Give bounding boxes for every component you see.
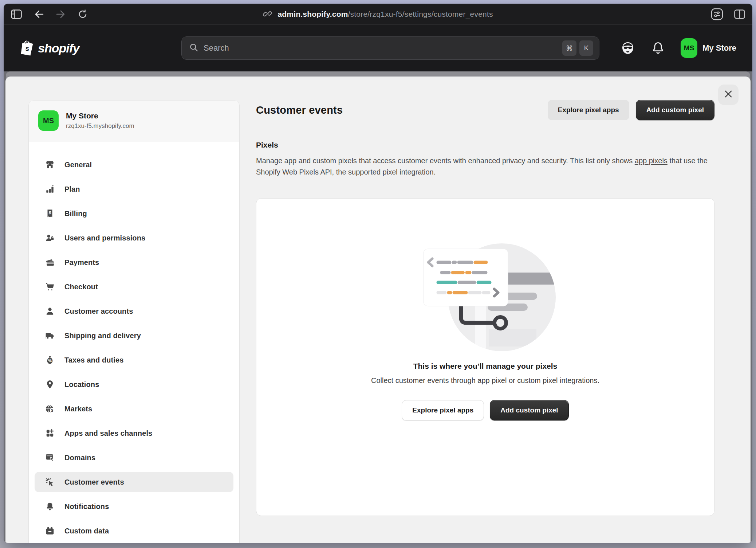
sidebar-store-avatar: MS [38, 110, 59, 131]
sidebar-item-label: Users and permissions [64, 234, 145, 242]
explore-pixel-apps-button[interactable]: Explore pixel apps [548, 100, 629, 120]
sidebar-item-locations[interactable]: Locations [35, 374, 233, 395]
sidebar-item-label: Customer accounts [64, 307, 133, 316]
apps-icon [45, 428, 55, 438]
search-icon [189, 43, 198, 54]
pixels-illustration [409, 238, 562, 355]
sidebar-item-label: Domains [64, 454, 95, 462]
sidebar-item-customer-accounts[interactable]: Customer accounts [35, 301, 233, 321]
sidebar-item-apps-and-sales-channels[interactable]: Apps and sales channels [35, 423, 233, 443]
close-icon [724, 90, 733, 100]
empty-state-subtitle: Collect customer events through app pixe… [371, 376, 599, 385]
sidebar-item-label: Locations [64, 380, 99, 389]
store-avatar: MS [681, 38, 697, 58]
browser-window: admin.shopify.com/store/rzq1xu-f5/settin… [4, 4, 752, 543]
sidebar-store-header: MS My Store rzq1xu-f5.myshopify.com [29, 101, 239, 142]
reload-icon[interactable] [78, 9, 87, 19]
cart-icon [45, 282, 55, 292]
shopify-bag-icon: S [20, 40, 34, 56]
sidebar-item-checkout[interactable]: Checkout [35, 277, 233, 297]
store-icon [45, 160, 55, 170]
truck-icon [45, 330, 55, 341]
close-button[interactable] [718, 85, 739, 105]
add-custom-pixel-button[interactable]: Add custom pixel [636, 100, 714, 120]
sidebar-item-label: Custom data [64, 527, 109, 535]
account-menu[interactable]: MS My Store [681, 38, 736, 58]
billing-icon: $ [45, 208, 55, 219]
payments-icon [45, 257, 55, 267]
settings-sidebar: MS My Store rzq1xu-f5.myshopify.com Gene… [28, 101, 240, 543]
svg-text:$: $ [51, 408, 54, 412]
url-host: admin.shopify.com [277, 10, 348, 18]
domains-icon [45, 453, 55, 463]
tax-icon: % [45, 355, 55, 365]
search-placeholder: Search [204, 43, 229, 53]
sidebar-item-shipping-and-delivery[interactable]: Shipping and delivery [35, 325, 233, 346]
svg-text:%: % [48, 359, 52, 363]
shopify-logo[interactable]: S shopify [20, 40, 79, 56]
search-shortcut: ⌘ K [562, 40, 593, 56]
svg-text:S: S [25, 46, 29, 52]
sidebar-item-label: Plan [64, 185, 80, 193]
back-icon[interactable] [34, 10, 44, 19]
sidebar-item-plan[interactable]: Plan [35, 179, 233, 199]
sidebar-item-customer-events[interactable]: Customer events [35, 472, 233, 492]
sidebar-item-label: Apps and sales channels [64, 429, 152, 438]
sidebar-store-domain: rzq1xu-f5.myshopify.com [66, 122, 134, 130]
screen: admin.shopify.com/store/rzq1xu-f5/settin… [0, 0, 756, 548]
notifications-bell-icon[interactable] [651, 41, 665, 55]
sidebar-item-label: General [64, 161, 92, 169]
sidebar-item-general[interactable]: General [35, 154, 233, 175]
svg-text:$: $ [49, 210, 51, 215]
customer-events-icon [45, 477, 55, 487]
forward-icon[interactable] [56, 10, 66, 19]
store-name-top: My Store [702, 43, 736, 53]
users-icon [45, 233, 55, 243]
add-custom-pixel-button-card[interactable]: Add custom pixel [490, 400, 568, 420]
sidebar-item-billing[interactable]: $Billing [35, 203, 233, 224]
settings-nav: GeneralPlan$BillingUsers and permissions… [29, 142, 239, 543]
custom-data-icon [45, 526, 55, 536]
pixels-section-title: Pixels [256, 141, 714, 149]
sidekick-icon[interactable] [620, 40, 635, 56]
url-path: /store/rzq1xu-f5/settings/customer_event… [348, 10, 493, 18]
markets-icon: $ [45, 404, 55, 414]
browser-toolbar: admin.shopify.com/store/rzq1xu-f5/settin… [4, 4, 752, 25]
settings-modal: MS My Store rzq1xu-f5.myshopify.com Gene… [5, 77, 751, 543]
sidebar-item-taxes-and-duties[interactable]: %Taxes and duties [35, 350, 233, 370]
description-text-1: Manage app and custom pixels that access… [256, 157, 635, 165]
settings-main: Customer events Explore pixel apps Add c… [256, 77, 714, 516]
plan-icon [45, 184, 55, 194]
sidebar-item-label: Checkout [64, 283, 98, 291]
shopify-topbar: S shopify Search ⌘ K [4, 25, 752, 71]
extensions-icon[interactable] [711, 8, 723, 20]
sidebar-item-markets[interactable]: $Markets [35, 399, 233, 419]
sidebar-item-notifications[interactable]: Notifications [35, 496, 233, 517]
split-view-icon[interactable] [734, 9, 745, 19]
person-icon [45, 306, 55, 316]
sidebar-store-name: My Store [66, 111, 134, 120]
cmd-key: ⌘ [562, 40, 576, 56]
link-icon [263, 9, 272, 20]
sidebar-item-label: Customer events [64, 478, 124, 486]
pixels-empty-card: This is where you’ll manage your pixels … [256, 198, 714, 516]
sidebar-item-custom-data[interactable]: Custom data [35, 521, 233, 541]
address-bar[interactable]: admin.shopify.com/store/rzq1xu-f5/settin… [263, 9, 493, 20]
location-icon [45, 379, 55, 390]
search-input[interactable]: Search ⌘ K [181, 36, 599, 60]
sidebar-item-label: Taxes and duties [64, 356, 123, 364]
app-pixels-link[interactable]: app pixels [635, 157, 668, 165]
sidebar-toggle-icon[interactable] [11, 9, 22, 19]
sidebar-item-payments[interactable]: Payments [35, 252, 233, 273]
explore-pixel-apps-button-card[interactable]: Explore pixel apps [402, 400, 484, 420]
sidebar-item-users-and-permissions[interactable]: Users and permissions [35, 228, 233, 248]
pixels-section-description: Manage app and custom pixels that access… [256, 155, 708, 178]
sidebar-item-domains[interactable]: Domains [35, 447, 233, 468]
bell-icon [45, 501, 55, 512]
page-title: Customer events [256, 104, 343, 116]
sidebar-item-label: Markets [64, 405, 92, 413]
k-key: K [579, 40, 593, 56]
admin-content: MS My Store rzq1xu-f5.myshopify.com Gene… [4, 71, 752, 543]
sidebar-item-label: Notifications [64, 502, 109, 511]
sidebar-item-label: Billing [64, 210, 87, 218]
